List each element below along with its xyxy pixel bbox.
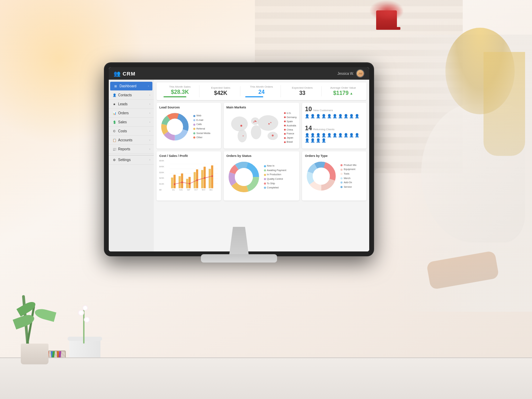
client-icon-10: 👤 (355, 133, 360, 138)
crm-user-info: Jessica W. JW (337, 69, 364, 78)
client-icon-12: 👤 (310, 138, 315, 143)
y-label-20k: $20K (159, 177, 164, 179)
svg-text:AUG: AUG (179, 189, 183, 191)
chevron-icon-contacts: › (149, 94, 150, 97)
avg-order-value: $1179 ▲ (327, 90, 360, 96)
orders-by-status-title: Orders by Status (227, 154, 297, 158)
svg-point-57 (235, 168, 253, 186)
crm-body: ⊞ Dashboard › 👤 Contacts › (109, 80, 369, 251)
svg-text:NOV: NOV (202, 189, 206, 191)
client-icon-13: 👤 (316, 138, 321, 143)
returning-clients-section: 14 Returning Clients 👤 👤 👤 👤 (305, 125, 364, 143)
accounts-icon: 📋 (112, 139, 116, 142)
avg-order-label: Average Order Value (327, 86, 360, 89)
orders-type-chart: Product Mix Equipment Tools Merch Add-On… (305, 160, 364, 193)
kpi-expected-orders: Expected Orders 33 (283, 86, 322, 96)
orders-icon: 📊 (112, 112, 116, 115)
lead-sources-chart: Web E-mail Calls Referral Social Media O… (159, 111, 218, 142)
expected-orders-label: Expected Orders (286, 86, 319, 89)
sidebar-item-dashboard[interactable]: ⊞ Dashboard › (110, 82, 152, 91)
sidebar-item-leads[interactable]: ★ Leads › (109, 100, 154, 109)
client-icon-14: 👤 (321, 138, 326, 143)
svg-rect-37 (209, 169, 211, 188)
svg-point-64 (313, 168, 330, 185)
monitor-screen: 👥 CRM Jessica W. JW (109, 67, 369, 251)
svg-point-41 (189, 183, 190, 185)
new-customers-section: 10 New Customers 👤 👤 👤 👤 (305, 106, 364, 118)
y-label-0: $0 (159, 189, 164, 191)
app-title: CRM (123, 71, 135, 77)
customer-icon-9: 👤 (349, 114, 354, 118)
kpi-this-month-orders: This Month Orders 24 (242, 85, 281, 97)
this-month-sales-value: $28.3K (163, 89, 196, 95)
svg-text:OCT: OCT (194, 189, 198, 191)
new-customers-label: New Customers (313, 109, 333, 112)
svg-point-16 (272, 135, 273, 136)
crm-main-content: This Month Sales $28.3K Expected Sales $… (154, 80, 369, 251)
this-month-orders-label: This Month Orders (245, 85, 278, 88)
svg-point-11 (258, 115, 278, 131)
desk-surface (0, 357, 532, 399)
customer-icon-3: 👤 (316, 114, 321, 118)
sidebar-label-contacts: Contacts (118, 93, 132, 97)
sidebar-item-contacts[interactable]: 👤 Contacts › (109, 91, 154, 100)
client-icon-8: 👤 (344, 133, 348, 138)
sidebar-item-settings[interactable]: ⚙ Settings › (109, 155, 154, 165)
lead-sources-donut (159, 111, 190, 142)
lead-sources-card: Lead Sources (157, 103, 221, 149)
orders-status-legend: New In Awaiting Payment In Production Qu… (264, 164, 286, 190)
svg-rect-33 (194, 172, 196, 188)
svg-point-15 (253, 122, 254, 123)
customer-icon-8: 👤 (344, 114, 348, 118)
bar-chart-svg: JUL AUG SEP OCT NOV DEC (170, 160, 218, 193)
orders-status-chart: New In Awaiting Payment In Production Qu… (227, 160, 297, 194)
chevron-icon: › (148, 85, 149, 88)
returning-clients-icons: 👤 👤 👤 👤 👤 👤 👤 👤 (305, 133, 364, 143)
crm-sidebar: ⊞ Dashboard › 👤 Contacts › (109, 80, 154, 251)
client-icon-6: 👤 (332, 133, 337, 138)
returning-clients-count: 14 (305, 125, 312, 132)
sidebar-label-sales: Sales (118, 120, 127, 124)
orders-bar (245, 96, 263, 97)
avatar[interactable]: JW (356, 69, 364, 78)
monitor-base (201, 254, 277, 263)
orders-by-type-card: Orders by Type (302, 151, 366, 201)
trend-up-icon: ▲ (349, 91, 353, 95)
chevron-icon-leads: › (149, 103, 150, 106)
client-icon-9: 👤 (349, 133, 354, 138)
sidebar-label-dashboard: Dashboard (119, 84, 136, 88)
chevron-icon-reports: › (149, 148, 150, 151)
sidebar-label-settings: Settings (118, 158, 131, 162)
sidebar-label-costs: Costs (118, 129, 127, 133)
new-customers-icons: 👤 👤 👤 👤 👤 👤 👤 👤 (305, 114, 364, 118)
svg-point-42 (196, 179, 198, 181)
chevron-icon-sales: › (149, 121, 150, 124)
sidebar-label-leads: Leads (118, 102, 127, 106)
sidebar-item-costs[interactable]: © Costs › (109, 127, 154, 136)
charts-grid: Lead Sources (157, 103, 366, 201)
y-label-10k: $10K (159, 183, 164, 185)
svg-point-40 (181, 181, 183, 183)
customer-icon-1: 👤 (305, 114, 310, 118)
sidebar-item-orders[interactable]: 📊 Orders › (109, 109, 154, 118)
expected-sales-value: $42K (204, 90, 237, 96)
orders-by-status-card: Orders by Status (224, 151, 300, 201)
lead-sources-title: Lead Sources (159, 106, 218, 109)
sidebar-item-accounts[interactable]: 📋 Accounts › (109, 136, 154, 145)
svg-rect-29 (179, 176, 181, 188)
logo-icon: 👥 (114, 70, 121, 77)
sidebar-item-reports[interactable]: 📰 Reports › (109, 145, 154, 154)
customer-icon-5: 👤 (327, 114, 332, 118)
chevron-icon-accounts: › (149, 139, 150, 142)
chevron-icon-orders: › (149, 112, 150, 115)
svg-rect-34 (196, 169, 198, 188)
main-markets-card: Main Markets (224, 103, 300, 149)
customers-card: 10 New Customers 👤 👤 👤 👤 (302, 103, 366, 149)
orders-by-type-title: Orders by Type (305, 154, 364, 158)
svg-rect-28 (174, 175, 176, 188)
sidebar-item-sales[interactable]: 💲 Sales › (109, 118, 154, 127)
kpi-expected-sales: Expected Sales $42K (202, 86, 240, 96)
y-label-30k: $30K (159, 171, 164, 174)
svg-point-43 (204, 177, 205, 179)
svg-text:SEP: SEP (187, 189, 190, 191)
